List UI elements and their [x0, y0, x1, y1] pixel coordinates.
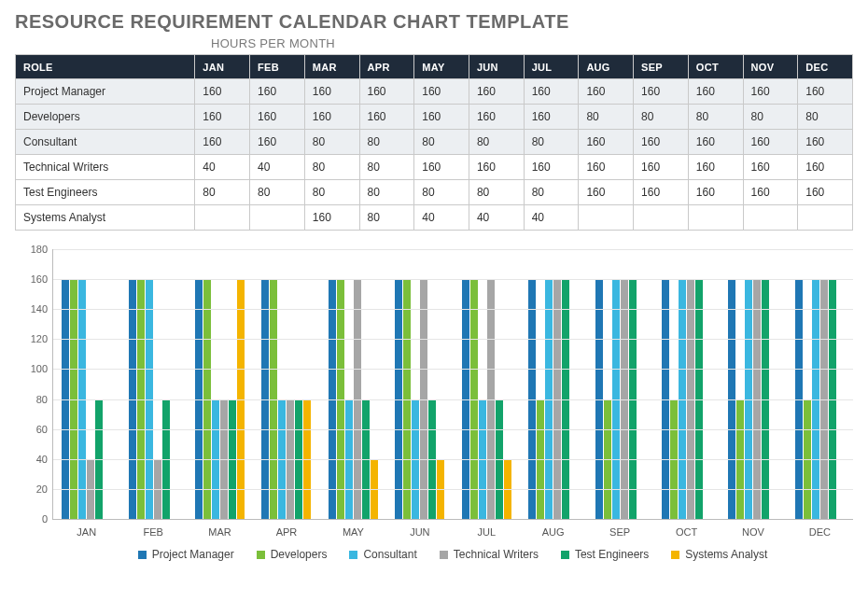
value-cell: 160 — [250, 79, 305, 105]
value-cell: 80 — [743, 105, 798, 130]
x-tick-label: OCT — [653, 526, 720, 538]
value-cell: 160 — [195, 130, 250, 155]
value-cell: 80 — [359, 205, 414, 231]
value-cell: 160 — [304, 79, 359, 105]
value-cell: 80 — [250, 180, 305, 205]
value-cell: 160 — [688, 180, 743, 205]
y-tick-label: 100 — [20, 363, 48, 374]
bar-group: NOV — [720, 249, 786, 519]
value-cell: 160 — [414, 79, 469, 105]
x-tick-label: JAN — [53, 526, 119, 538]
value-cell: 160 — [414, 105, 469, 130]
x-tick-label: APR — [253, 526, 319, 538]
value-cell: 80 — [579, 105, 634, 130]
value-cell: 160 — [798, 79, 853, 105]
value-cell: 80 — [469, 130, 524, 155]
value-cell — [798, 205, 853, 231]
x-tick-label: DEC — [787, 526, 853, 538]
bar-group: AUG — [520, 249, 586, 519]
x-tick-label: MAR — [187, 526, 253, 538]
bar-group: MAR — [187, 249, 253, 519]
value-cell: 160 — [195, 79, 250, 105]
role-cell: Systems Analyst — [16, 205, 195, 231]
value-cell: 160 — [634, 155, 689, 180]
value-cell: 160 — [798, 155, 853, 180]
col-header-month: JUL — [524, 55, 579, 79]
y-tick-label: 0 — [20, 513, 48, 525]
value-cell: 160 — [524, 79, 579, 105]
x-tick-label: JUL — [454, 526, 520, 538]
value-cell: 160 — [195, 105, 250, 130]
value-cell: 160 — [359, 105, 414, 130]
col-header-month: JAN — [195, 55, 250, 79]
value-cell: 80 — [359, 130, 414, 155]
value-cell: 160 — [798, 180, 853, 205]
value-cell: 80 — [798, 105, 853, 130]
value-cell: 80 — [524, 130, 579, 155]
col-header-month: DEC — [798, 55, 853, 79]
col-header-month: MAR — [304, 55, 359, 79]
legend-item: Technical Writers — [440, 548, 539, 561]
col-header-month: NOV — [743, 55, 798, 79]
role-cell: Consultant — [16, 130, 195, 155]
resource-table: ROLEJANFEBMARAPRMAYJUNJULAUGSEPOCTNOVDEC… — [15, 54, 853, 231]
role-cell: Test Engineers — [16, 180, 195, 205]
value-cell: 80 — [195, 180, 250, 205]
value-cell: 80 — [688, 105, 743, 130]
value-cell: 160 — [579, 79, 634, 105]
y-tick-label: 80 — [20, 394, 48, 405]
x-tick-label: SEP — [586, 526, 652, 538]
value-cell: 80 — [304, 180, 359, 205]
value-cell — [250, 205, 305, 231]
chart-legend: Project ManagerDevelopersConsultantTechn… — [52, 548, 853, 561]
y-tick-label: 160 — [20, 273, 48, 285]
legend-swatch — [257, 551, 265, 559]
value-cell: 160 — [524, 105, 579, 130]
value-cell: 160 — [743, 155, 798, 180]
x-tick-label: JUN — [386, 526, 453, 538]
legend-label: Consultant — [363, 548, 416, 561]
legend-item: Systems Analyst — [671, 548, 767, 561]
legend-swatch — [138, 551, 147, 559]
value-cell: 160 — [634, 180, 689, 205]
value-cell: 40 — [524, 205, 579, 231]
table-row: Systems Analyst16080404040 — [16, 205, 853, 231]
legend-item: Project Manager — [138, 548, 234, 561]
legend-item: Consultant — [349, 548, 416, 561]
value-cell: 80 — [359, 180, 414, 205]
value-cell: 160 — [469, 79, 524, 105]
value-cell: 160 — [743, 130, 798, 155]
value-cell: 40 — [250, 155, 305, 180]
value-cell: 160 — [469, 155, 524, 180]
value-cell: 80 — [634, 105, 689, 130]
page-title: RESOURCE REQUIREMENT CALENDAR CHART TEMP… — [15, 11, 853, 33]
legend-label: Project Manager — [152, 548, 234, 561]
legend-swatch — [561, 551, 569, 559]
y-tick-label: 180 — [20, 244, 48, 255]
value-cell — [743, 205, 798, 231]
value-cell: 160 — [250, 130, 305, 155]
value-cell: 160 — [743, 180, 798, 205]
col-header-month: JUN — [469, 55, 524, 79]
bar-group: JAN — [53, 249, 119, 519]
value-cell: 80 — [304, 130, 359, 155]
bar-group: OCT — [653, 249, 720, 519]
col-header-month: SEP — [634, 55, 689, 79]
value-cell: 160 — [688, 79, 743, 105]
table-row: Consultant160160808080808016016016016016… — [16, 130, 853, 155]
table-row: Project Manager1601601601601601601601601… — [16, 79, 853, 105]
value-cell: 80 — [359, 155, 414, 180]
value-cell: 160 — [359, 79, 414, 105]
legend-label: Systems Analyst — [685, 548, 767, 561]
bar-group: DEC — [787, 249, 853, 519]
value-cell — [195, 205, 250, 231]
bar-group: MAY — [320, 249, 386, 519]
value-cell: 80 — [524, 180, 579, 205]
legend-swatch — [440, 551, 448, 559]
value-cell: 160 — [304, 205, 359, 231]
resource-bar-chart: JANFEBMARAPRMAYJUNJULAUGSEPOCTNOVDEC 020… — [15, 249, 853, 567]
table-row: Developers160160160160160160160808080808… — [16, 105, 853, 130]
value-cell: 80 — [414, 180, 469, 205]
x-tick-label: FEB — [119, 526, 186, 538]
y-tick-label: 120 — [20, 333, 48, 344]
